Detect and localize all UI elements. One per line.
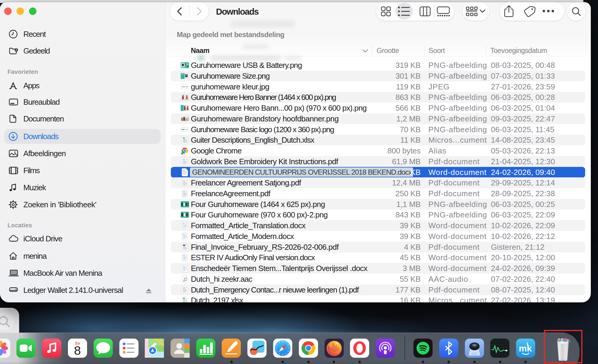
svg-text:8: 8 xyxy=(74,344,81,357)
svg-text:mk: mk xyxy=(519,343,532,353)
